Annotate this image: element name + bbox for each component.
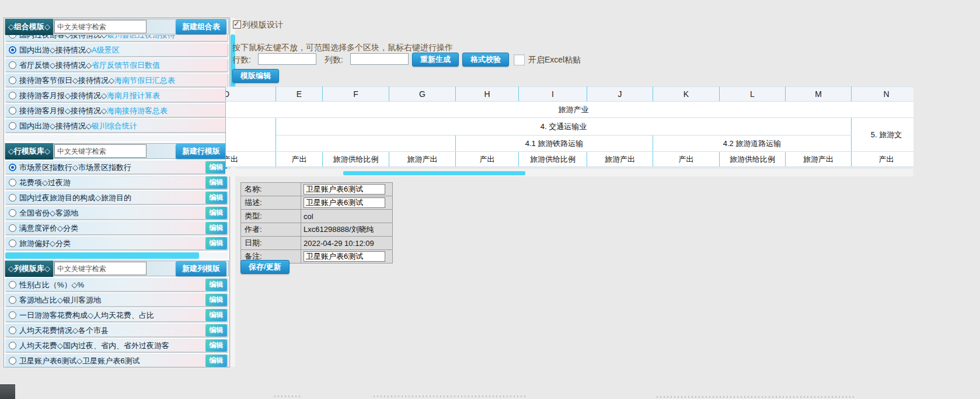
- grid-column-header[interactable]: D: [226, 87, 276, 102]
- option-link[interactable]: 省厅反馈节假日数值: [92, 61, 160, 70]
- row-list-h-scrollbar[interactable]: [5, 252, 228, 259]
- grid-cell[interactable]: 旅游产出: [587, 152, 653, 167]
- save-update-button[interactable]: 保存/更新: [240, 260, 290, 274]
- row-template-option[interactable]: 花费项◇过夜游 编辑: [5, 176, 228, 189]
- row-template-option[interactable]: 市场景区指数行◇市场景区指数行 编辑: [5, 161, 228, 174]
- combo-search-input[interactable]: [54, 20, 147, 33]
- grid-h-scrollbar[interactable]: [225, 169, 913, 176]
- row-template-option[interactable]: 旅游偏好◇分类 编辑: [5, 237, 228, 250]
- col-template-option[interactable]: 客源地占比◇银川客源地 编辑: [5, 293, 228, 307]
- radio-icon[interactable]: [9, 224, 16, 232]
- form-value-input[interactable]: [304, 184, 385, 195]
- regenerate-button[interactable]: 重新生成: [412, 53, 459, 67]
- radio-icon[interactable]: [9, 92, 16, 99]
- radio-icon[interactable]: [9, 179, 16, 186]
- edit-button[interactable]: 编辑: [205, 294, 227, 306]
- edit-button[interactable]: 编辑: [205, 176, 227, 189]
- cols-count-input[interactable]: [350, 53, 409, 65]
- grid-cell[interactable]: 产出: [653, 152, 720, 167]
- combo-template-option[interactable]: 国内出游◇接待情况◇A级景区: [5, 43, 228, 57]
- edit-button[interactable]: 编辑: [205, 207, 227, 219]
- grid-cell-transport-section[interactable]: 4. 交通运输业: [276, 118, 852, 136]
- grid-column-header[interactable]: F: [323, 87, 389, 102]
- col-template-option[interactable]: 人均天花费◇国内过夜、省内、省外过夜游客 编辑: [5, 339, 228, 352]
- grid-column-header[interactable]: M: [786, 87, 852, 102]
- option-link[interactable]: 海南月报计算表: [107, 91, 160, 100]
- row-search-input[interactable]: [54, 144, 147, 158]
- format-validate-button[interactable]: 格式校验: [462, 53, 509, 67]
- grid-h-scrollbar-thumb[interactable]: [343, 171, 525, 175]
- new-row-template-button[interactable]: 新建行模版: [176, 144, 226, 159]
- grid-cell-road-subsection[interactable]: 4.2 旅游道路运输: [653, 136, 852, 152]
- radio-icon[interactable]: [9, 296, 16, 304]
- radio-icon[interactable]: [9, 164, 16, 171]
- form-value-input[interactable]: [304, 251, 385, 262]
- radio-icon[interactable]: [9, 357, 16, 365]
- option-link[interactable]: 海南接待游客总表: [107, 106, 168, 115]
- rows-count-input[interactable]: [258, 53, 316, 65]
- new-col-template-button[interactable]: 新建列模版: [176, 261, 226, 276]
- combo-template-option[interactable]: 接待游客月报◇接待情况◇海南接待游客总表: [5, 104, 228, 117]
- radio-icon[interactable]: [9, 194, 16, 202]
- grid-cell-industry-title[interactable]: 旅游产业: [226, 102, 914, 118]
- edit-button[interactable]: 编辑: [205, 279, 227, 291]
- col-search-input[interactable]: [54, 262, 147, 275]
- radio-icon[interactable]: [9, 209, 16, 217]
- grid-column-header[interactable]: K: [653, 87, 720, 102]
- grid-column-header[interactable]: L: [720, 87, 786, 102]
- radio-icon[interactable]: [9, 107, 16, 115]
- radio-icon[interactable]: [9, 46, 16, 54]
- combo-list-h-scrollbar[interactable]: [5, 135, 228, 141]
- radio-icon[interactable]: [9, 327, 16, 334]
- edit-button[interactable]: 编辑: [205, 339, 227, 352]
- grid-cell[interactable]: 旅游供给比例: [720, 152, 786, 167]
- form-value-input[interactable]: [304, 197, 385, 208]
- radio-icon[interactable]: [9, 342, 16, 349]
- option-link[interactable]: 银川综合统计: [92, 122, 137, 130]
- grid-cell[interactable]: 产出: [456, 152, 519, 167]
- radio-icon[interactable]: [9, 311, 16, 319]
- edit-button[interactable]: 编辑: [205, 192, 227, 204]
- grid-cell[interactable]: 旅游产出: [389, 152, 456, 167]
- row-template-option[interactable]: 全国省份◇客源地 编辑: [5, 206, 228, 220]
- radio-icon[interactable]: [9, 122, 16, 130]
- edit-button[interactable]: 编辑: [205, 161, 227, 174]
- edit-button[interactable]: 编辑: [205, 355, 227, 367]
- edit-button[interactable]: 编辑: [205, 324, 227, 336]
- grid-column-header[interactable]: G: [389, 87, 456, 102]
- col-template-option[interactable]: 卫星账户表6测试◇卫星账户表6测试 编辑: [5, 354, 228, 367]
- radio-icon[interactable]: [9, 35, 16, 39]
- row-template-option[interactable]: 满意度评价◇分类 编辑: [5, 221, 228, 235]
- combo-template-option[interactable]: 省厅反馈◇接待情况◇省厅反馈节假日数值: [5, 58, 228, 72]
- radio-icon[interactable]: [9, 77, 16, 84]
- grid-cell-next-section[interactable]: 5. 旅游文: [852, 118, 914, 152]
- grid-cell-rail-subsection[interactable]: 4.1 旅游铁路运输: [456, 136, 653, 152]
- option-link[interactable]: 海南节假日汇总表: [114, 76, 175, 85]
- option-link[interactable]: A级景区: [92, 46, 120, 54]
- edit-button[interactable]: 编辑: [205, 222, 227, 234]
- grid-cell-empty[interactable]: [276, 136, 456, 152]
- grid-column-header[interactable]: I: [519, 87, 587, 102]
- combo-template-option[interactable]: 接待游客节假日◇接待情况◇海南节假日汇总表: [5, 74, 228, 87]
- h-scrollbar-thumb[interactable]: [5, 252, 199, 259]
- new-combo-table-button[interactable]: 新建组合表: [176, 19, 226, 34]
- option-link[interactable]: 银川县区过夜游接待: [107, 35, 175, 39]
- combo-template-option[interactable]: 国内过夜游客◇接待情况◇银川县区过夜游接待: [5, 35, 228, 41]
- grid-cell[interactable]: 产出: [276, 152, 323, 167]
- col-template-option[interactable]: 性别占比（%）◇% 编辑: [5, 278, 228, 292]
- combo-template-option[interactable]: 接待游客月报◇接待情况◇海南月报计算表: [5, 89, 228, 102]
- edit-button[interactable]: 编辑: [205, 237, 227, 249]
- col-template-option[interactable]: 人均天花费情况◇各个市县 编辑: [5, 324, 228, 337]
- column-template-design-checkbox[interactable]: [233, 20, 241, 29]
- col-template-option[interactable]: 一日游游客花费构成◇人均天花费、占比 编辑: [5, 308, 228, 322]
- grid-cell[interactable]: 旅游供给比例: [323, 152, 389, 167]
- template-edit-button[interactable]: 模版编辑: [232, 69, 279, 83]
- grid-cell[interactable]: 产出: [226, 152, 276, 167]
- combo-template-option[interactable]: 国内出游◇接待情况◇银川综合统计: [5, 119, 228, 133]
- excel-paste-checkbox[interactable]: [514, 54, 525, 65]
- grid-cell[interactable]: 旅游供给比例: [519, 152, 587, 167]
- grid-column-header[interactable]: E: [276, 87, 323, 102]
- grid-cell[interactable]: 旅游产出: [786, 152, 852, 167]
- radio-icon[interactable]: [9, 61, 16, 69]
- row-template-option[interactable]: 国内过夜旅游目的构成◇旅游目的 编辑: [5, 191, 228, 204]
